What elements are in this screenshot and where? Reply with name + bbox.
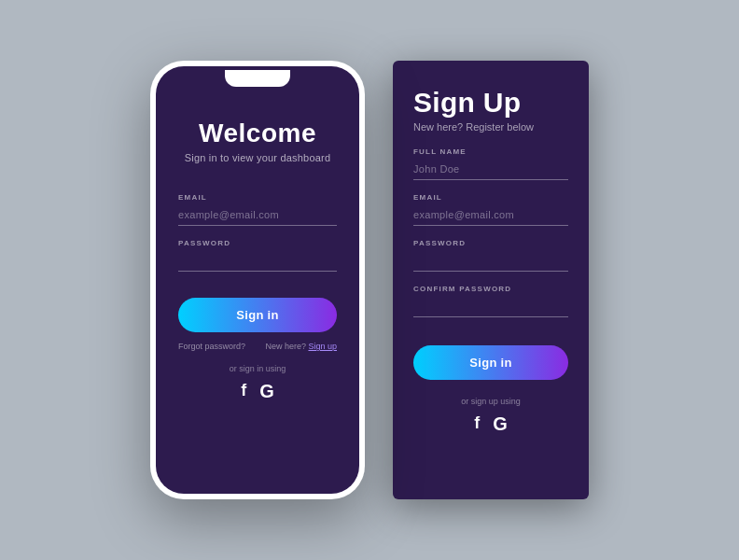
signup-or-label: or sign up using — [413, 397, 568, 406]
social-icons-row: f G — [241, 381, 274, 402]
signup-card: Sign Up New here? Register below FULL NA… — [393, 61, 589, 499]
confirm-password-input[interactable]: ············ — [413, 300, 568, 317]
signup-subtitle: New here? Register below — [413, 121, 568, 133]
signup-password-input[interactable]: ············ — [413, 254, 568, 272]
email-label: EMAIL — [178, 193, 337, 202]
facebook-icon[interactable]: f — [241, 381, 246, 402]
signup-signin-button[interactable]: Sign in — [413, 345, 568, 380]
login-screen: Welcome Sign in to view your dashboard E… — [156, 66, 359, 494]
or-sign-in-label: or sign in using — [230, 364, 286, 373]
login-subtitle: Sign in to view your dashboard — [185, 152, 330, 163]
new-here-label: New here? Sign up — [265, 342, 337, 351]
signup-password-label: PASSWORD — [413, 239, 568, 247]
signup-email-input[interactable] — [413, 206, 568, 226]
password-label: PASSWORD — [178, 239, 337, 247]
phone-mockup: Welcome Sign in to view your dashboard E… — [150, 61, 365, 499]
fullname-input[interactable] — [413, 161, 568, 180]
confirm-password-label: CONFIRM PASSWORD — [413, 285, 568, 293]
phone-notch — [225, 70, 290, 87]
login-title: Welcome — [199, 119, 316, 148]
login-email-input[interactable] — [178, 206, 337, 226]
signup-link[interactable]: Sign up — [308, 342, 337, 351]
signup-google-icon[interactable]: G — [493, 413, 508, 435]
fullname-label: FULL NAME — [413, 147, 568, 156]
google-icon[interactable]: G — [259, 381, 274, 402]
forgot-password-label: Forgot password? — [178, 342, 245, 351]
links-row: Forgot password? New here? Sign up — [178, 342, 337, 351]
login-signin-button[interactable]: Sign in — [178, 298, 337, 332]
login-password-input[interactable]: ············ — [178, 254, 337, 272]
signup-title: Sign Up — [413, 87, 568, 119]
signup-email-label: EMAIL — [413, 193, 568, 202]
signup-facebook-icon[interactable]: f — [474, 413, 480, 435]
signup-social-icons-row: f G — [413, 413, 568, 435]
